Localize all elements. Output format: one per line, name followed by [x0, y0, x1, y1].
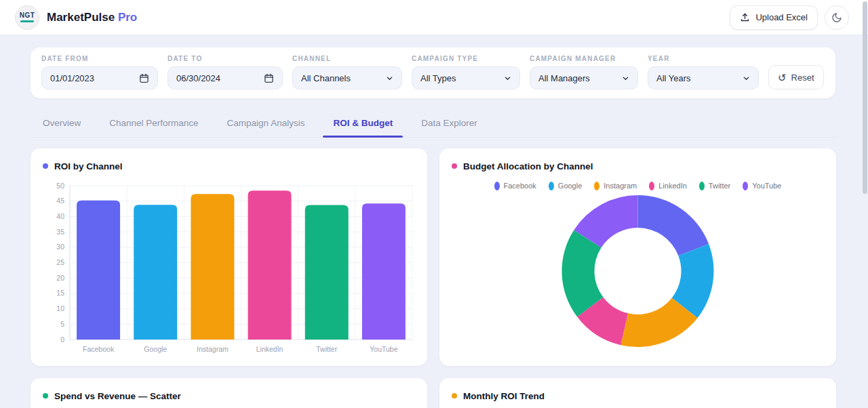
card-title-row: Spend vs Revenue — Scatter — [43, 389, 415, 403]
filter-field-date-from: DATE FROM01/01/2023 — [41, 55, 158, 89]
header-actions: Upload Excel — [730, 5, 849, 30]
svg-text:10: 10 — [56, 304, 64, 312]
legend-label: Google — [558, 182, 582, 190]
tab-overview[interactable]: Overview — [41, 111, 82, 137]
chevron-down-icon — [504, 75, 511, 82]
filter-field-channel: CHANNELAll Channels — [292, 55, 402, 89]
svg-text:0: 0 — [60, 335, 64, 344]
chevron-down-icon — [386, 75, 393, 82]
reset-filters-button[interactable]: ↺Reset — [768, 65, 824, 89]
filter-label-year: YEAR — [648, 55, 759, 62]
logo-text: NGT — [20, 12, 35, 19]
bar-twitter — [305, 205, 349, 340]
filter-label-channel: CHANNEL — [292, 55, 402, 62]
x-axis-label-instagram: Instagram — [197, 345, 229, 353]
donut-segment-facebook — [638, 195, 709, 256]
card-budget-allocation: Budget Allocation by Channel FacebookGoo… — [439, 148, 836, 366]
filter-value: All Managers — [538, 73, 590, 83]
reset-label: Reset — [791, 73, 814, 83]
legend-item-google[interactable]: Google — [549, 182, 582, 190]
legend-item-instagram[interactable]: Instagram — [594, 182, 637, 190]
legend-label: Twitter — [709, 182, 730, 190]
filter-bar: DATE FROM01/01/2023DATE TO06/30/2024CHAN… — [31, 47, 835, 98]
legend-item-twitter[interactable]: Twitter — [699, 182, 730, 190]
legend-marker — [494, 182, 500, 190]
svg-text:45: 45 — [56, 197, 64, 205]
x-axis-label-facebook: Facebook — [83, 345, 115, 353]
filter-select-channel[interactable]: All Channels — [292, 66, 402, 89]
app-title-main: MarketPulse — [47, 11, 115, 24]
x-axis-label-linkedin: LinkedIn — [256, 345, 283, 353]
legend-item-facebook[interactable]: Facebook — [494, 182, 536, 190]
upload-excel-label: Upload Excel — [755, 12, 808, 22]
filter-value: All Years — [656, 73, 691, 83]
main-content: DATE FROM01/01/2023DATE TO06/30/2024CHAN… — [0, 35, 868, 408]
chevron-down-icon — [622, 75, 629, 82]
filter-label-date-from: DATE FROM — [41, 55, 158, 62]
x-axis-label-twitter: Twitter — [316, 345, 337, 353]
card-title: Spend vs Revenue — Scatter — [54, 391, 181, 401]
moon-icon — [831, 12, 842, 23]
filter-label-date-to: DATE TO — [167, 55, 283, 62]
filter-input-date-from[interactable]: 01/01/2023 — [41, 66, 158, 89]
legend-marker — [743, 182, 748, 190]
filter-input-date-to[interactable]: 06/30/2024 — [167, 66, 283, 89]
card-accent-dot — [452, 393, 457, 399]
filter-value: 01/01/2023 — [50, 73, 94, 83]
charts-grid: ROI by Channel 05101520253035404550Faceb… — [31, 148, 835, 408]
filter-select-campaign-type[interactable]: All Types — [412, 66, 520, 89]
card-title: Budget Allocation by Channel — [463, 161, 593, 171]
app-logo: NGT — [15, 5, 39, 30]
upload-excel-button[interactable]: Upload Excel — [730, 5, 818, 30]
card-accent-dot — [452, 163, 457, 169]
filter-value: All Types — [420, 73, 456, 83]
tab-campaign-analysis[interactable]: Campaign Analysis — [226, 111, 307, 137]
card-accent-dot — [43, 393, 48, 399]
donut-legend: FacebookGoogleInstagramLinkedInTwitterYo… — [452, 181, 824, 190]
svg-text:40: 40 — [56, 212, 64, 220]
filter-label-campaign-type: CAMPAIGN TYPE — [412, 55, 520, 62]
budget-donut-chart — [452, 194, 824, 348]
filter-value: 06/30/2024 — [176, 73, 220, 83]
legend-item-linkedin[interactable]: LinkedIn — [649, 182, 687, 190]
app-header: NGT MarketPulse Pro Upload Excel — [0, 0, 868, 35]
svg-text:30: 30 — [56, 243, 64, 251]
filter-select-campaign-manager[interactable]: All Managers — [530, 66, 638, 89]
tab-roi-budget[interactable]: ROI & Budget — [332, 111, 394, 137]
card-accent-dot — [43, 163, 48, 169]
bar-facebook — [77, 201, 120, 340]
svg-text:5: 5 — [60, 320, 64, 328]
x-axis-label-google: Google — [144, 345, 167, 353]
tab-channel-performance[interactable]: Channel Performance — [108, 111, 199, 137]
filter-value: All Channels — [301, 73, 351, 83]
legend-label: Facebook — [504, 182, 536, 190]
legend-label: YouTube — [752, 182, 781, 190]
legend-marker — [649, 182, 654, 190]
filter-select-year[interactable]: All Years — [648, 66, 759, 89]
roi-bar-chart: 05101520253035404550FacebookGoogleInstag… — [43, 176, 415, 357]
svg-text:50: 50 — [56, 182, 64, 190]
app-title-suffix: Pro — [118, 11, 137, 24]
theme-toggle-button[interactable] — [825, 5, 849, 30]
filter-field-date-to: DATE TO06/30/2024 — [167, 55, 283, 89]
bar-linkedin — [248, 190, 292, 340]
svg-text:20: 20 — [56, 274, 64, 282]
bar-instagram — [191, 194, 234, 340]
vertical-scrollbar[interactable] — [863, 1, 867, 194]
legend-marker — [594, 182, 599, 190]
legend-item-youtube[interactable]: YouTube — [743, 182, 781, 190]
legend-marker — [549, 182, 554, 190]
app-title: MarketPulse Pro — [47, 11, 137, 24]
card-roi-by-channel: ROI by Channel 05101520253035404550Faceb… — [31, 148, 427, 366]
svg-text:15: 15 — [56, 289, 64, 297]
card-spend-vs-revenue: Spend vs Revenue — Scatter — [31, 378, 427, 408]
card-title-row: ROI by Channel — [43, 159, 415, 173]
tab-data-explorer[interactable]: Data Explorer — [420, 111, 479, 137]
filter-field-year: YEARAll Years — [648, 55, 759, 89]
legend-label: Instagram — [604, 182, 637, 190]
svg-text:35: 35 — [56, 228, 64, 236]
card-title: ROI by Channel — [54, 161, 123, 171]
svg-text:25: 25 — [56, 258, 64, 266]
chevron-down-icon — [743, 75, 750, 82]
legend-marker — [699, 182, 705, 190]
